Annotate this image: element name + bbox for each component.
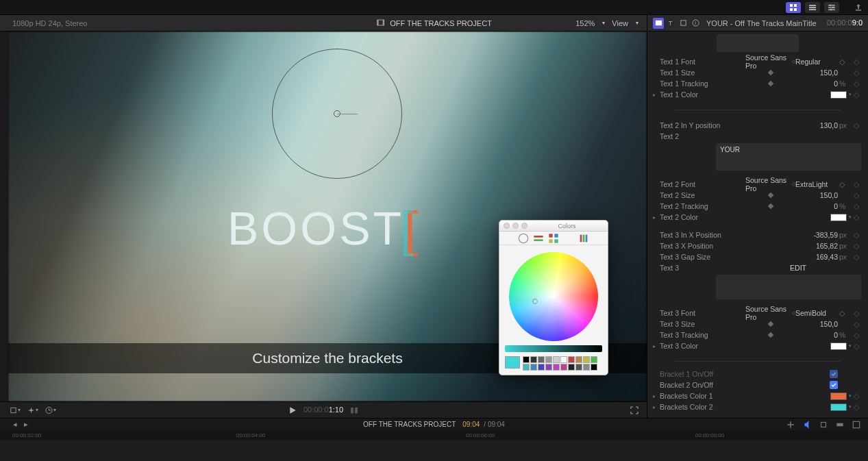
text1-font-dropdown[interactable]: Source Sans Pro◇ xyxy=(745,53,795,70)
loop-icon[interactable]: ▮▮ xyxy=(349,405,360,416)
share-icon[interactable] xyxy=(853,2,864,13)
text1-tracking-slider[interactable] xyxy=(745,82,795,86)
color-wheel-mode-icon[interactable] xyxy=(518,234,529,243)
play-button[interactable] xyxy=(287,405,298,416)
text3-style-dropdown[interactable]: SemiBold xyxy=(795,309,838,317)
layout-list-button[interactable] xyxy=(805,2,820,13)
clip-title: YOUR - Off The Tracks MainTitle xyxy=(706,19,817,27)
film-icon xyxy=(376,18,384,28)
text3-textarea[interactable] xyxy=(716,275,861,299)
colors-window[interactable]: Colors xyxy=(499,220,608,375)
text3-gap-label: Text 3 Gap Size xyxy=(660,253,745,261)
svg-text:i: i xyxy=(695,20,696,26)
view-menu[interactable]: View xyxy=(612,19,628,27)
svg-rect-19 xyxy=(680,21,685,25)
text1-color-swatch[interactable] xyxy=(830,91,847,99)
color-palette-mode-icon[interactable] xyxy=(548,234,559,243)
timeline-ruler[interactable]: 00:00:02:00 00:00:04:00 00:00:06:00 00:0… xyxy=(0,430,868,440)
svg-rect-29 xyxy=(564,236,573,241)
enhance-tool-icon[interactable]: ▾ xyxy=(27,405,38,416)
svg-rect-23 xyxy=(534,236,543,238)
svg-rect-16 xyxy=(382,20,384,25)
svg-rect-1 xyxy=(794,4,797,7)
swatch-grid[interactable] xyxy=(523,356,597,371)
timeline-history-fwd-icon[interactable]: ▸ xyxy=(21,419,32,430)
text2-ypos-label: Text 2 In Y position xyxy=(660,121,745,129)
timeline-index-icon[interactable] xyxy=(852,420,861,429)
svg-rect-7 xyxy=(828,5,835,6)
text3-font-label: Text 3 Font xyxy=(660,309,745,317)
svg-rect-2 xyxy=(790,8,793,11)
inspector-tab-title[interactable]: T xyxy=(665,18,676,29)
text1-color-label: Text 1 Color xyxy=(660,90,745,99)
solo-icon[interactable] xyxy=(819,420,828,429)
inspector-tab-info[interactable]: i xyxy=(690,18,701,29)
text2-size-label: Text 2 Size xyxy=(660,191,745,199)
brackets-color1-label: Brackets Color 1 xyxy=(660,392,745,400)
text3-size-label: Text 3 Size xyxy=(660,320,745,328)
bracket2-checkbox[interactable] xyxy=(830,381,838,389)
bracket1-checkbox[interactable] xyxy=(830,370,838,378)
text1-font-label: Text 1 Font xyxy=(660,58,745,66)
text2-color-swatch[interactable] xyxy=(830,214,847,221)
text3-font-dropdown[interactable]: Source Sans Pro◇ xyxy=(745,305,795,321)
timeline-project-name: OFF THE TRACKS PROJECT xyxy=(363,421,456,428)
text1-style-dropdown[interactable]: Regular xyxy=(795,58,838,66)
retime-tool-icon[interactable]: ▾ xyxy=(45,405,56,416)
bracket1-onoff-label: Bracket 1 On/Off xyxy=(660,370,745,378)
text3-tracking-slider[interactable] xyxy=(745,333,795,337)
svg-rect-26 xyxy=(554,234,558,237)
text3-tracking-label: Text 3 Tracking xyxy=(660,331,745,339)
audio-skimming-icon[interactable] xyxy=(802,420,812,429)
minimize-icon[interactable] xyxy=(512,223,519,229)
project-format: 1080p HD 24p, Stereo xyxy=(12,19,87,27)
brackets-color1-swatch[interactable] xyxy=(830,393,847,400)
onscreen-control-circle[interactable] xyxy=(272,49,402,179)
zoom-level[interactable]: 152% xyxy=(575,19,595,27)
inspector-header: T i YOUR - Off The Tracks MainTitle 00:0… xyxy=(647,15,868,32)
text1-size-slider[interactable] xyxy=(745,71,795,75)
fullscreen-icon[interactable] xyxy=(629,405,640,416)
text2-size-slider[interactable] xyxy=(745,193,795,197)
transform-tool-icon[interactable]: ▾ xyxy=(10,405,21,416)
bracket2-onoff-label: Bracket 2 On/Off xyxy=(660,381,745,389)
color-wheel[interactable] xyxy=(509,252,598,341)
timeline-history-back-icon[interactable]: ◂ xyxy=(10,419,21,430)
inspector-tab-video[interactable] xyxy=(653,18,664,29)
current-color-swatch[interactable] xyxy=(505,356,520,369)
viewer-timecode[interactable]: 00:00:01:10 xyxy=(303,406,343,414)
skimming-icon[interactable] xyxy=(786,420,795,429)
text1-tracking-value[interactable]: 0 xyxy=(795,79,838,88)
svg-point-22 xyxy=(519,234,528,242)
brightness-slider[interactable] xyxy=(505,345,602,352)
color-wheel-cursor[interactable] xyxy=(532,299,538,304)
text3-color-swatch[interactable] xyxy=(830,342,847,350)
app-top-strip xyxy=(0,0,868,15)
inspector-tab-generator[interactable] xyxy=(678,18,689,29)
text2-textarea[interactable]: YOUR xyxy=(716,143,861,171)
layout-settings-button[interactable] xyxy=(824,2,839,13)
close-icon[interactable] xyxy=(504,223,510,229)
svg-rect-5 xyxy=(809,7,816,8)
color-spectrum-mode-icon[interactable] xyxy=(563,234,574,243)
snapping-icon[interactable] xyxy=(835,420,845,429)
text2-ypos-value[interactable]: 130,0 xyxy=(795,121,838,129)
title-preview-text: BOOST[[ xyxy=(227,199,421,256)
zoom-icon[interactable] xyxy=(521,223,528,229)
svg-rect-37 xyxy=(853,421,859,427)
text1-size-value[interactable]: 150,0 xyxy=(795,68,838,77)
layout-grid-button[interactable] xyxy=(786,2,801,13)
text2-tracking-slider[interactable] xyxy=(745,204,795,208)
svg-rect-13 xyxy=(856,10,861,11)
text2-font-dropdown[interactable]: Source Sans Pro◇ xyxy=(745,176,795,192)
inspector-thumbnail xyxy=(717,34,799,52)
text3-size-slider[interactable] xyxy=(745,322,795,326)
brackets-color2-swatch[interactable] xyxy=(830,403,847,411)
text2-style-dropdown[interactable]: ExtraLight xyxy=(795,180,838,188)
timeline-duration: / 09:04 xyxy=(484,421,505,428)
timeline-area[interactable] xyxy=(0,440,868,461)
viewer-header: 1080p HD 24p, Stereo OFF THE TRACKS PROJ… xyxy=(0,15,647,32)
svg-rect-35 xyxy=(821,422,826,427)
color-pencils-mode-icon[interactable] xyxy=(578,234,589,243)
color-sliders-mode-icon[interactable] xyxy=(533,234,544,243)
